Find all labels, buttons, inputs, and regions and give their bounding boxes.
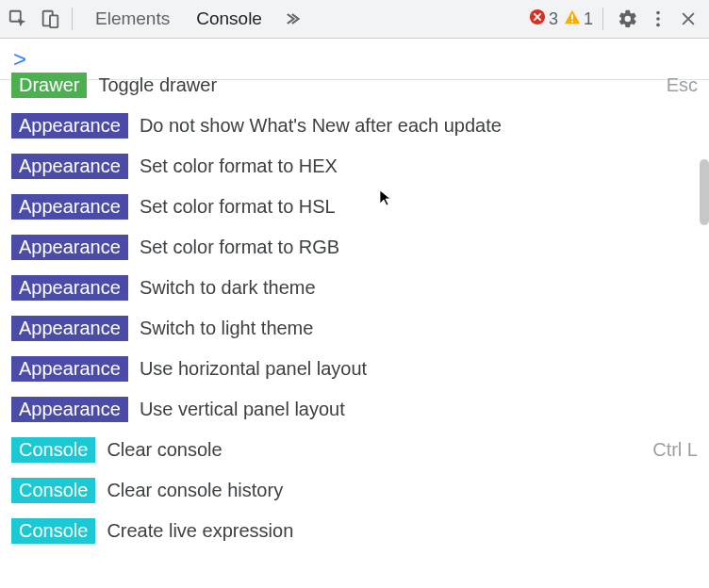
close-icon[interactable] bbox=[673, 4, 703, 34]
command-row[interactable]: Appearance Switch to dark theme bbox=[0, 268, 709, 308]
error-count[interactable]: 3 bbox=[529, 8, 558, 30]
category-badge-console: Console bbox=[11, 518, 95, 544]
inspect-element-icon[interactable] bbox=[6, 7, 30, 31]
category-badge-drawer: Drawer bbox=[11, 73, 87, 98]
command-shortcut: Ctrl L bbox=[652, 439, 698, 461]
category-badge-appearance: Appearance bbox=[11, 397, 128, 422]
command-row[interactable]: Appearance Use horizontal panel layout bbox=[0, 349, 709, 389]
command-row[interactable]: Console Clear console history bbox=[0, 470, 709, 511]
command-shortcut: Esc bbox=[667, 74, 698, 96]
devtools-toolbar: Elements Console 3 1 bbox=[0, 0, 709, 39]
command-row[interactable]: Appearance Use vertical panel layout bbox=[0, 389, 709, 430]
toolbar-left-group bbox=[6, 7, 62, 31]
device-toggle-icon[interactable] bbox=[38, 7, 62, 31]
command-label: Use vertical panel layout bbox=[140, 399, 698, 420]
toolbar-divider bbox=[602, 8, 603, 30]
svg-point-8 bbox=[656, 24, 660, 27]
error-count-text: 3 bbox=[549, 9, 558, 29]
category-badge-console: Console bbox=[11, 437, 95, 463]
command-label: Set color format to RGB bbox=[140, 237, 698, 258]
error-icon bbox=[529, 8, 546, 30]
category-badge-appearance: Appearance bbox=[11, 194, 128, 220]
warning-count[interactable]: 1 bbox=[564, 8, 593, 30]
command-row[interactable]: Drawer Toggle drawer Esc bbox=[0, 65, 709, 106]
tab-console[interactable]: Console bbox=[183, 0, 275, 39]
command-label: Clear console history bbox=[107, 480, 698, 501]
command-label: Set color format to HSL bbox=[140, 196, 698, 218]
category-badge-appearance: Appearance bbox=[11, 113, 128, 139]
category-badge-appearance: Appearance bbox=[11, 154, 128, 179]
command-label: Do not show What's New after each update bbox=[140, 115, 698, 137]
category-badge-appearance: Appearance bbox=[11, 275, 128, 301]
warning-icon bbox=[564, 8, 581, 30]
svg-point-7 bbox=[656, 17, 660, 21]
settings-gear-icon[interactable] bbox=[613, 4, 643, 34]
command-label: Use horizontal panel layout bbox=[140, 358, 698, 380]
command-list: Drawer Toggle drawer Esc Appearance Do n… bbox=[0, 65, 709, 551]
more-tabs-icon[interactable] bbox=[275, 7, 307, 31]
command-label: Switch to light theme bbox=[140, 318, 698, 339]
warning-count-text: 1 bbox=[584, 9, 593, 29]
command-menu-body: Drawer Toggle drawer Esc Appearance Do n… bbox=[0, 65, 709, 572]
command-label: Clear console bbox=[107, 439, 641, 461]
toolbar-right-group bbox=[613, 4, 703, 34]
command-label: Toggle drawer bbox=[98, 74, 654, 96]
command-label: Switch to dark theme bbox=[140, 277, 698, 299]
command-row[interactable]: Appearance Set color format to RGB bbox=[0, 227, 709, 268]
command-row[interactable]: Appearance Set color format to HEX bbox=[0, 146, 709, 187]
command-row[interactable]: Appearance Do not show What's New after … bbox=[0, 106, 709, 146]
toolbar-status[interactable]: 3 1 bbox=[529, 8, 593, 30]
svg-rect-4 bbox=[571, 14, 573, 19]
category-badge-console: Console bbox=[11, 478, 95, 503]
scrollbar-thumb[interactable] bbox=[700, 159, 709, 225]
command-row[interactable]: Appearance Switch to light theme bbox=[0, 308, 709, 349]
category-badge-appearance: Appearance bbox=[11, 356, 128, 382]
command-row[interactable]: Appearance Set color format to HSL bbox=[0, 187, 709, 227]
command-row[interactable]: Console Clear console Ctrl L bbox=[0, 430, 709, 470]
command-row[interactable]: Console Create live expression bbox=[0, 511, 709, 551]
svg-rect-5 bbox=[571, 21, 573, 23]
toolbar-divider bbox=[72, 8, 73, 30]
svg-point-6 bbox=[656, 11, 660, 15]
toolbar-tabs: Elements Console bbox=[82, 0, 307, 39]
command-label: Create live expression bbox=[107, 520, 698, 542]
svg-rect-2 bbox=[50, 15, 58, 27]
category-badge-appearance: Appearance bbox=[11, 316, 128, 341]
tab-elements[interactable]: Elements bbox=[82, 0, 183, 39]
command-label: Set color format to HEX bbox=[140, 155, 698, 177]
more-options-icon[interactable] bbox=[643, 4, 673, 34]
category-badge-appearance: Appearance bbox=[11, 235, 128, 260]
